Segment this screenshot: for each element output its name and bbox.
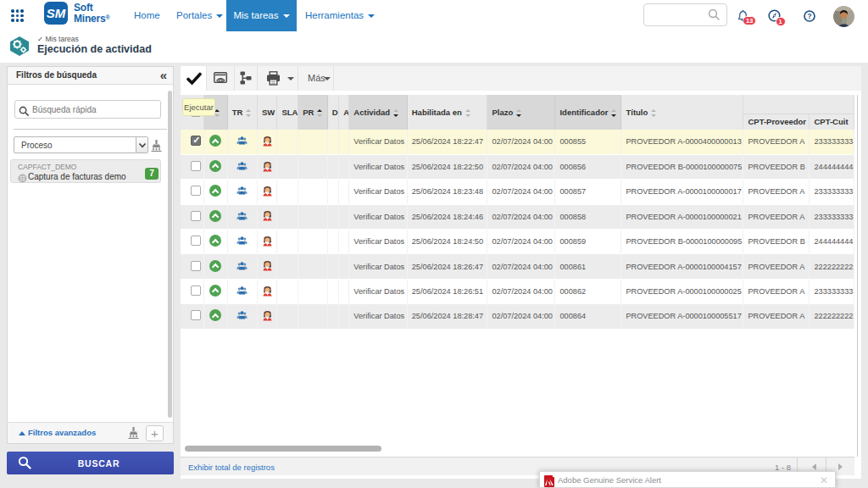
svg-text:?: ? [807,13,811,20]
